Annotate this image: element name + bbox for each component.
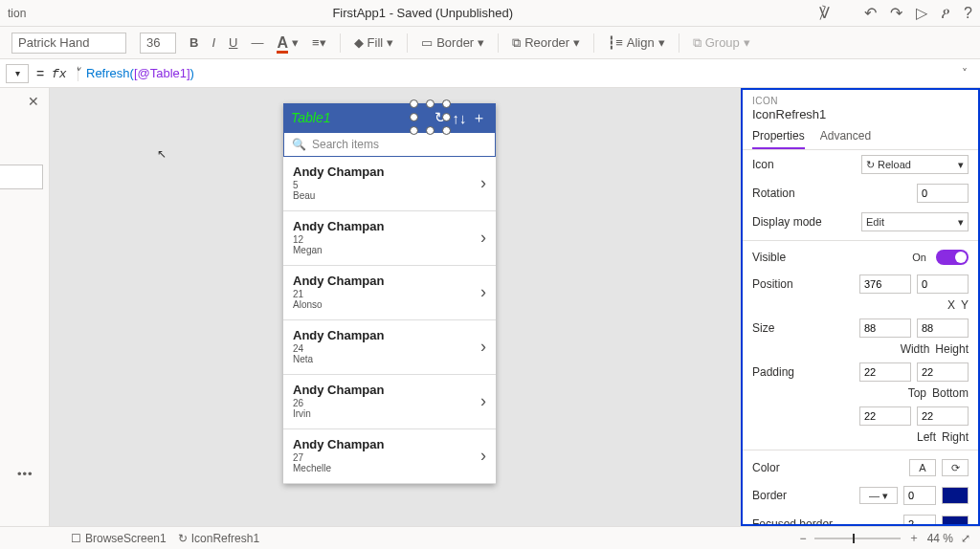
padding-bottom-input[interactable]	[917, 362, 969, 382]
phone-frame: Table1 ↻ ↑↓ ＋ 🔍 Search items Andy Champa…	[283, 103, 496, 484]
share-icon[interactable]: ዖ	[941, 5, 950, 22]
border-label: Border	[752, 489, 854, 502]
tab-properties[interactable]: Properties	[752, 129, 805, 149]
border-button[interactable]: ▭ Border ▾	[421, 35, 484, 50]
position-y-input[interactable]	[917, 274, 969, 294]
more-icon[interactable]: •••	[17, 467, 33, 481]
list-item[interactable]: Andy Champan5Beau›	[283, 157, 496, 211]
size-h-input[interactable]	[917, 318, 969, 338]
padding-label: Padding	[752, 365, 854, 379]
help-icon[interactable]: ?	[964, 5, 972, 22]
size-label: Size	[752, 321, 854, 335]
add-icon[interactable]: ＋	[469, 109, 488, 127]
item-title: Andy Champan	[293, 274, 480, 288]
color-label: Color	[752, 461, 903, 474]
equals-label: =	[31, 66, 50, 81]
zoom-slider[interactable]	[814, 538, 901, 539]
close-icon[interactable]: ✕	[0, 88, 49, 115]
properties-panel: ICON IconRefresh1 Properties Advanced Ic…	[741, 88, 980, 526]
icon-label: Icon	[752, 158, 856, 171]
play-icon[interactable]: ▷	[916, 4, 927, 22]
reorder-button[interactable]: ⧉ Reorder ▾	[512, 35, 580, 51]
underline-button[interactable]: U	[229, 35, 237, 50]
formula-bar: ▾ = fx ˅ Refresh([@Table1]) ˅	[0, 59, 980, 88]
visible-toggle[interactable]	[936, 250, 969, 265]
gallery-list: Andy Champan5Beau›Andy Champan12Megan›An…	[283, 157, 496, 484]
position-label: Position	[752, 277, 854, 291]
workspace: ✕ ••• Table1 ↻ ↑↓ ＋ 🔍 Search items Andy …	[0, 88, 980, 526]
font-color-button[interactable]: A▾	[277, 34, 299, 52]
diagnostics-icon[interactable]: ℣	[819, 4, 830, 22]
chevron-right-icon[interactable]: ›	[480, 337, 486, 357]
chevron-right-icon[interactable]: ›	[480, 391, 486, 411]
padding-top-input[interactable]	[859, 362, 911, 382]
border-weight-input[interactable]	[903, 486, 936, 505]
fill-button[interactable]: ◆ Fill ▾	[354, 35, 394, 50]
list-item[interactable]: Andy Champan24Neta›	[283, 320, 496, 375]
icon-select[interactable]: ↻ Reload▾	[861, 155, 969, 174]
property-selector[interactable]: ▾	[6, 64, 29, 83]
item-title: Andy Champan	[293, 165, 480, 179]
border-style-select[interactable]: — ▾	[859, 487, 898, 504]
undo-icon[interactable]: ↶	[864, 4, 877, 22]
title-bar: tion FirstApp1 - Saved (Unpublished) ℣ ↶…	[0, 0, 980, 27]
tab-advanced[interactable]: Advanced	[820, 129, 871, 149]
item-title: Andy Champan	[293, 383, 480, 397]
item-title: Andy Champan	[293, 219, 480, 233]
redo-icon[interactable]: ↷	[890, 4, 902, 22]
selection-handles[interactable]	[410, 99, 452, 136]
formula-expand-icon[interactable]: ˅	[955, 67, 974, 80]
focused-border-label: Focused border	[752, 517, 898, 526]
size-w-input[interactable]	[859, 318, 911, 338]
padding-right-input[interactable]	[917, 406, 969, 426]
chevron-right-icon[interactable]: ›	[480, 173, 486, 193]
color-text-button[interactable]: A	[909, 459, 936, 476]
chevron-right-icon[interactable]: ›	[480, 282, 486, 302]
item-title: Andy Champan	[293, 437, 480, 451]
focused-border-input[interactable]	[903, 515, 936, 526]
font-name-select[interactable]: Patrick Hand	[11, 33, 126, 54]
list-item[interactable]: Andy Champan21Alonso›	[283, 266, 496, 320]
item-sub2: Irvin	[293, 408, 480, 419]
border-color-swatch[interactable]	[942, 487, 969, 504]
focused-border-swatch[interactable]	[942, 516, 969, 526]
item-sub1: 21	[293, 289, 480, 299]
font-size-select[interactable]: 36	[140, 33, 176, 54]
list-item[interactable]: Andy Champan27Mechelle›	[283, 429, 496, 484]
align-text-button[interactable]: ≡▾	[312, 35, 326, 50]
item-sub1: 27	[293, 452, 480, 463]
chevron-right-icon[interactable]: ›	[480, 228, 486, 248]
sort-icon[interactable]: ↑↓	[450, 110, 469, 126]
visible-label: Visible	[752, 251, 906, 264]
app-header: Table1 ↻ ↑↓ ＋	[283, 103, 496, 132]
rotation-input[interactable]	[917, 184, 969, 203]
format-ribbon: Patrick Hand 36 B I U — A▾ ≡▾ ◆ Fill ▾ ▭…	[0, 27, 980, 59]
rotation-label: Rotation	[752, 187, 911, 200]
padding-left-input[interactable]	[859, 406, 911, 426]
italic-button[interactable]: I	[212, 35, 215, 50]
breadcrumb-screen[interactable]: ☐ BrowseScreen1	[71, 532, 167, 545]
zoom-in-icon[interactable]: ＋	[908, 530, 920, 546]
displaymode-select[interactable]: Edit▾	[861, 212, 969, 231]
control-category: ICON	[752, 96, 969, 106]
item-sub1: 5	[293, 180, 480, 190]
nav-slot[interactable]	[0, 165, 43, 189]
color-swap-button[interactable]: ⟳	[942, 459, 969, 476]
chevron-right-icon[interactable]: ›	[480, 446, 486, 466]
list-item[interactable]: Andy Champan12Megan›	[283, 211, 496, 266]
formula-input[interactable]: Refresh([@Table1])	[80, 66, 953, 80]
zoom-out-icon[interactable]: −	[800, 532, 807, 545]
list-item[interactable]: Andy Champan26Irvin›	[283, 375, 496, 429]
zoom-controls: − ＋ 44 % ⤢	[800, 530, 970, 546]
breadcrumb-control[interactable]: ↻ IconRefresh1	[178, 532, 259, 545]
strike-button[interactable]: —	[251, 35, 263, 50]
search-icon: 🔍	[292, 138, 306, 151]
bold-button[interactable]: B	[189, 35, 198, 50]
search-input[interactable]: 🔍 Search items	[283, 132, 496, 157]
position-x-input[interactable]	[859, 274, 911, 294]
left-pane: ✕ •••	[0, 88, 50, 526]
fit-icon[interactable]: ⤢	[961, 532, 970, 545]
align-button[interactable]: ┇≡ Align ▾	[608, 35, 665, 50]
group-button[interactable]: ⧉ Group ▾	[693, 35, 750, 51]
design-canvas[interactable]: Table1 ↻ ↑↓ ＋ 🔍 Search items Andy Champa…	[50, 88, 741, 526]
